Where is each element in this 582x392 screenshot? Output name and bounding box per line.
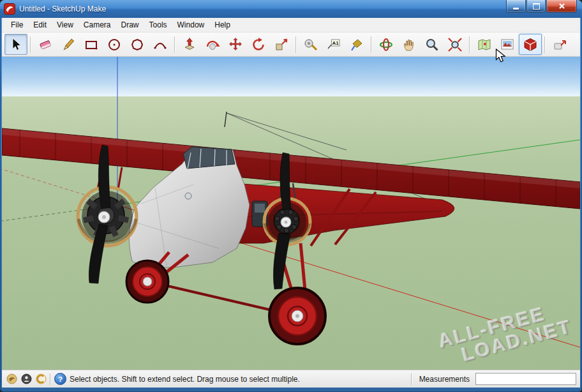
- menu-tools[interactable]: Tools: [144, 19, 172, 31]
- paint-bucket-icon: [349, 37, 364, 52]
- scale-tool-button[interactable]: [270, 34, 293, 55]
- polygon-icon: [130, 37, 145, 52]
- menu-window[interactable]: Window: [172, 19, 210, 31]
- photo-textures-icon: [500, 37, 515, 52]
- get-models-button[interactable]: [519, 34, 542, 55]
- rectangle-tool-button[interactable]: [80, 34, 103, 55]
- right-wheel: [269, 288, 325, 344]
- toolbar-separator: [295, 36, 297, 53]
- sky: [2, 57, 580, 96]
- arc-tool-button[interactable]: [149, 34, 172, 55]
- toolbar-separator: [371, 36, 372, 53]
- scale-icon: [274, 37, 289, 52]
- share-model-button[interactable]: [548, 34, 571, 55]
- circle-tool-button[interactable]: [103, 34, 126, 55]
- paint-bucket-tool-button[interactable]: [345, 34, 368, 55]
- close-icon: [558, 3, 565, 10]
- text-tool-button[interactable]: A1: [322, 34, 345, 55]
- window-title: Untitled - SketchUp Make: [19, 4, 106, 13]
- window-controls: [505, 0, 577, 13]
- toolbar-separator: [30, 36, 31, 53]
- menu-draw[interactable]: Draw: [116, 19, 144, 31]
- application-window: Untitled - SketchUp Make File Edit View …: [0, 0, 582, 392]
- photo-textures-button[interactable]: [496, 34, 519, 55]
- claim-credit-status-icon[interactable]: [35, 373, 47, 385]
- add-location-icon: [477, 37, 492, 52]
- minimize-button[interactable]: [506, 0, 526, 13]
- push-pull-icon: [182, 37, 197, 52]
- help-icon[interactable]: ?: [54, 373, 66, 385]
- move-icon: [228, 37, 243, 52]
- status-hint-text: Select objects. Shift to extend select. …: [70, 375, 300, 384]
- left-wheel: [126, 260, 168, 303]
- share-model-icon: [552, 37, 567, 52]
- eraser-icon: [38, 37, 53, 52]
- polygon-tool-button[interactable]: [126, 34, 149, 55]
- arc-icon: [153, 37, 168, 52]
- text-icon: A1: [326, 37, 341, 52]
- follow-me-tool-button[interactable]: [201, 34, 224, 55]
- line-tool-button[interactable]: [57, 34, 80, 55]
- zoom-tool-button[interactable]: [421, 34, 444, 55]
- minimize-icon: [513, 8, 519, 10]
- select-tool-button[interactable]: [4, 34, 27, 55]
- sketchup-logo-icon: [4, 3, 15, 15]
- measurements-input[interactable]: [475, 373, 576, 385]
- toolbar-separator: [174, 36, 175, 53]
- toolbar: A1: [2, 33, 580, 57]
- menu-edit[interactable]: Edit: [28, 19, 52, 31]
- zoom-icon: [424, 37, 440, 52]
- eraser-tool-button[interactable]: [34, 34, 57, 55]
- measurements-label: Measurements: [419, 375, 470, 384]
- rotate-tool-button[interactable]: [247, 34, 270, 55]
- select-icon: [8, 37, 24, 52]
- pan-hand-icon: [401, 37, 417, 52]
- help-glyph: ?: [58, 375, 63, 383]
- zoom-extents-tool-button[interactable]: [444, 34, 466, 55]
- credits-status-icon[interactable]: [20, 373, 32, 385]
- statusbar-separator: [50, 373, 51, 385]
- tape-measure-icon: [303, 37, 318, 52]
- toolbar-separator: [544, 36, 546, 53]
- menu-view[interactable]: View: [52, 19, 78, 31]
- maximize-icon: [533, 3, 540, 10]
- orbit-tool-button[interactable]: [375, 34, 398, 55]
- close-button[interactable]: [546, 0, 577, 13]
- rotate-icon: [251, 37, 266, 52]
- add-location-button[interactable]: [473, 34, 496, 55]
- pan-tool-button[interactable]: [398, 34, 421, 55]
- menu-file[interactable]: File: [6, 19, 28, 31]
- orbit-icon: [378, 37, 394, 52]
- modeling-viewport[interactable]: ALL-FREE LOAD.NET: [2, 57, 580, 370]
- push-pull-tool-button[interactable]: [178, 34, 201, 55]
- follow-me-icon: [205, 37, 220, 52]
- circle-icon: [107, 37, 122, 52]
- get-models-warehouse-icon: [523, 37, 538, 52]
- menu-help[interactable]: Help: [209, 19, 235, 31]
- status-bar: ? Select objects. Shift to extend select…: [2, 370, 580, 388]
- maximize-button[interactable]: [526, 0, 546, 13]
- pencil-icon: [61, 37, 76, 52]
- rectangle-icon: [84, 37, 99, 52]
- tape-measure-tool-button[interactable]: [299, 34, 322, 55]
- zoom-extents-icon: [447, 37, 463, 52]
- menu-camera[interactable]: Camera: [78, 19, 116, 31]
- svg-text:A1: A1: [332, 40, 340, 45]
- geolocation-status-icon[interactable]: [6, 373, 17, 385]
- toolbar-separator: [469, 36, 470, 53]
- move-tool-button[interactable]: [224, 34, 247, 55]
- title-bar[interactable]: Untitled - SketchUp Make: [0, 0, 582, 18]
- menu-bar: File Edit View Camera Draw Tools Window …: [2, 18, 580, 33]
- statusbar-separator: [411, 373, 412, 385]
